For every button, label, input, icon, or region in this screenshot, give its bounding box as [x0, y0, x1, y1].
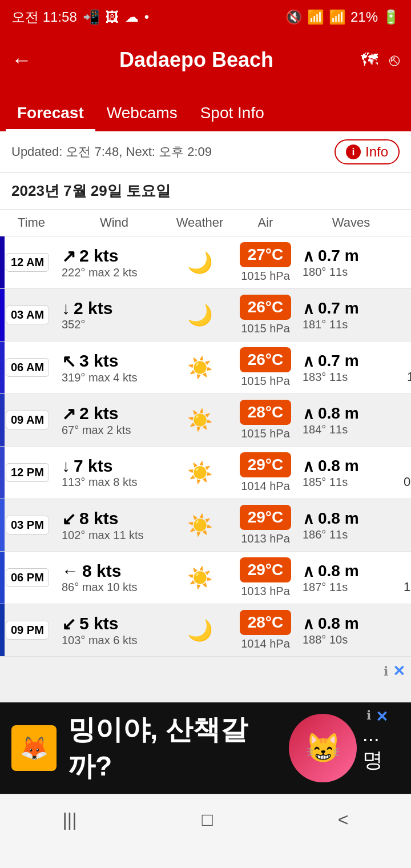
navigation-bar: ||| □ < — [0, 794, 411, 845]
weather-icon: 🌙 — [187, 251, 213, 275]
wind-main: ↙ 5 kts — [62, 614, 118, 634]
wave-main: ∧ 0.8 m — [303, 509, 359, 528]
pressure-value: 1013 hPa — [241, 585, 290, 598]
ad-banner: 🦊 밍이야, 산책갈까? 😸 ...명 ℹ ✕ — [0, 702, 411, 794]
air-cell: 27°C 1015 hPa — [228, 242, 303, 283]
share-icon[interactable]: ⎋ — [389, 50, 400, 70]
tides-cell: ↗ 0.9 m — [400, 508, 411, 542]
air-cell: 28°C 1014 hPa — [228, 610, 303, 650]
table-row: 12 AM ↗ 2 kts 222° max 2 kts 🌙 27°C 1015… — [0, 236, 411, 289]
nav-back-icon[interactable]: < — [338, 809, 349, 830]
wind-speed: 8 kts — [82, 561, 121, 581]
nav-home-icon[interactable]: □ — [202, 809, 212, 830]
wave-icon: ∧ — [303, 299, 315, 318]
mute-icon: 🔇 — [285, 9, 303, 25]
weather-icon: 🌙 — [187, 303, 213, 327]
wind-speed: 2 kts — [74, 299, 112, 318]
ad-info-icon[interactable]: ℹ — [384, 664, 388, 679]
weather-cell: 🌙 — [171, 251, 228, 275]
waves-cell: ∧ 0.7 m 183° 11s — [303, 352, 400, 384]
ad-banner-controls: ℹ ✕ — [366, 708, 388, 726]
ad-char: 😸 — [289, 714, 357, 782]
wave-height: 0.8 m — [318, 404, 359, 423]
wind-direction-arrow: ↙ — [62, 614, 76, 634]
page-title: Dadaepo Beach — [119, 48, 273, 72]
wind-direction-arrow: ← — [62, 561, 79, 581]
air-cell: 29°C 1013 hPa — [228, 557, 303, 598]
tab-forecast[interactable]: Forecast — [6, 97, 95, 131]
wind-main: ↙ 8 kts — [62, 509, 118, 529]
weather-icon: 🌙 — [187, 618, 213, 642]
air-cell: 26°C 1015 hPa — [228, 295, 303, 335]
pressure-value: 1014 hPa — [241, 637, 290, 650]
back-button[interactable]: ← — [11, 48, 32, 72]
time-cell: 09 PM — [6, 621, 57, 640]
battery-icon: 🔋 — [382, 9, 400, 25]
wind-bar — [0, 289, 5, 341]
col-wind: Wind — [57, 215, 171, 230]
pressure-value: 1015 hPa — [241, 427, 290, 440]
wind-detail: 102° max 11 kts — [62, 529, 144, 542]
tab-bar: Forecast Webcams Spot Info — [0, 86, 411, 131]
wave-icon: ∧ — [303, 509, 315, 528]
photo-icon: 🖼 — [106, 9, 119, 25]
wind-main: ↖ 3 kts — [62, 351, 118, 371]
time-cell: 09 AM — [6, 411, 57, 429]
tab-webcams[interactable]: Webcams — [95, 97, 189, 131]
table-row: 09 PM ↙ 5 kts 103° max 6 kts 🌙 28°C 1014… — [0, 604, 411, 657]
temperature-badge: 26°C — [240, 347, 292, 372]
temperature-badge: 29°C — [240, 505, 292, 530]
tides-cell: ↗ 0.6 m — [400, 246, 411, 279]
wind-cell: ↙ 5 kts 103° max 6 kts — [57, 614, 171, 647]
time-badge: 03 PM — [6, 516, 49, 535]
wave-detail: 184° 11s — [303, 423, 348, 436]
tides-cell: ↗ 0.9 m — [400, 298, 411, 332]
ad-banner-info-icon[interactable]: ℹ — [366, 708, 371, 726]
wind-direction-arrow: ↖ — [62, 351, 76, 371]
wind-main: ↗ 2 kts — [62, 404, 118, 424]
wind-main: ← 8 kts — [62, 561, 121, 581]
wind-direction-arrow: ↓ — [62, 299, 70, 318]
time-cell: 12 PM — [6, 463, 57, 482]
tide-value: 1.1 m 17:48 — [404, 580, 411, 594]
table-row: 06 PM ← 8 kts 86° max 10 kts ☀️ 29°C 101… — [0, 552, 411, 604]
air-cell: 29°C 1013 hPa — [228, 505, 303, 545]
tide-value: 1.0 m 4:55 — [407, 369, 411, 384]
time-badge: 09 AM — [6, 411, 49, 429]
ad-icon: 🦊 — [11, 725, 57, 771]
ad-info-bar: ℹ ✕ — [384, 662, 405, 680]
wave-detail: 183° 11s — [303, 371, 348, 384]
wave-main: ∧ 0.7 m — [303, 299, 359, 318]
time-cell: 06 AM — [6, 358, 57, 377]
wind-cell: ↗ 2 kts 222° max 2 kts — [57, 246, 171, 279]
ad-close-icon[interactable]: ✕ — [393, 662, 405, 680]
wind-bar — [0, 604, 5, 656]
wave-icon: ∧ — [303, 247, 315, 266]
wind-cell: ↗ 2 kts 67° max 2 kts — [57, 404, 171, 437]
temperature-badge: 29°C — [240, 557, 292, 582]
wave-main: ∧ 0.8 m — [303, 457, 359, 476]
pressure-value: 1015 hPa — [241, 322, 290, 335]
wind-detail: 86° max 10 kts — [62, 581, 138, 594]
status-time: 오전 11:58 — [11, 8, 77, 26]
wave-height: 0.8 m — [318, 562, 359, 580]
air-cell: 29°C 1014 hPa — [228, 452, 303, 493]
tides-cell: ↘ 0.6 m — [400, 403, 411, 437]
tab-spotinfo[interactable]: Spot Info — [189, 97, 276, 131]
map-icon[interactable]: 🗺 — [361, 50, 378, 70]
weather-icon: ☀️ — [187, 513, 213, 537]
info-button[interactable]: i Info — [335, 139, 400, 164]
info-label: Info — [365, 144, 388, 160]
ad-banner-close-btn[interactable]: ✕ — [376, 708, 388, 726]
wave-icon: ∧ — [303, 457, 315, 476]
tides-cell: ↘ 0.8 m — [400, 613, 411, 647]
dot-icon: • — [144, 9, 149, 25]
air-cell: 26°C 1015 hPa — [228, 347, 303, 388]
ad-text: 밍이야, 산책갈까? — [68, 712, 289, 785]
weather-icon: ☀️ — [187, 461, 213, 485]
wave-icon: ∧ — [303, 562, 315, 581]
wind-bar — [0, 447, 5, 499]
table-row: 03 PM ↙ 8 kts 102° max 11 kts ☀️ 29°C 10… — [0, 499, 411, 552]
weather-icon: ☀️ — [187, 566, 213, 590]
nav-menu-icon[interactable]: ||| — [63, 809, 77, 830]
